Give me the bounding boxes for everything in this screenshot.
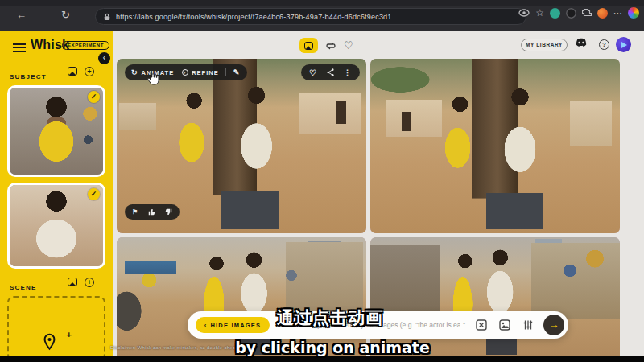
- thumbs-up-button[interactable]: [143, 208, 160, 216]
- hide-images-label: HIDE IMAGES: [210, 322, 261, 329]
- selected-check-icon[interactable]: ✓: [88, 91, 100, 103]
- browser-top-edge: [0, 0, 644, 6]
- hand-cursor-icon: [146, 71, 160, 87]
- favorite-button[interactable]: ♡: [304, 68, 322, 77]
- pin-plus-icon: +: [67, 330, 72, 339]
- image-remove-icon[interactable]: [476, 319, 488, 331]
- feedback-bar: ⚑: [125, 204, 180, 220]
- favorites-heart-icon[interactable]: ♡: [344, 39, 353, 51]
- extension-badge-orange-icon[interactable]: [597, 8, 608, 19]
- image-icon: [304, 42, 313, 50]
- chevron-left-icon: ‹: [204, 322, 208, 329]
- generated-image-2-photo: [370, 59, 620, 233]
- subject-card-man[interactable]: ✓: [7, 183, 105, 269]
- image-toolbar: ↻ ANIMATE ✓ REFINE ✎: [125, 64, 247, 80]
- experiment-badge: EXPERIMENT: [62, 41, 109, 50]
- refine-button[interactable]: ✓ REFINE: [180, 69, 225, 76]
- thumbs-down-icon: [165, 208, 172, 216]
- prompt-caret-icon: ˇ: [463, 322, 465, 329]
- browser-menu-icon[interactable]: ⋯: [613, 8, 622, 19]
- menu-hamburger-icon[interactable]: [13, 43, 26, 52]
- extension-badge-green-icon[interactable]: [550, 8, 560, 19]
- pen-icon: ✎: [233, 69, 241, 76]
- spin-icon: ↻: [131, 69, 138, 76]
- subject-section-header: SUBJECT +: [10, 68, 103, 77]
- submit-prompt-button[interactable]: →: [543, 315, 564, 335]
- browser-profile-avatar[interactable]: [628, 7, 639, 19]
- extensions-puzzle-icon[interactable]: [582, 8, 592, 18]
- letterbox-bar: [0, 356, 644, 362]
- subject-card-woman[interactable]: ✓: [7, 85, 105, 177]
- help-icon[interactable]: ?: [599, 39, 609, 50]
- scene-dropzone[interactable]: +: [7, 296, 105, 356]
- subtitle-chinese: 通过点击动画: [277, 306, 383, 329]
- images-view-toggle[interactable]: [299, 38, 318, 53]
- selected-check-icon[interactable]: ✓: [88, 188, 100, 200]
- share-button[interactable]: [322, 68, 339, 76]
- my-library-button[interactable]: MY LIBRARY: [521, 39, 568, 51]
- scene-add-icon[interactable]: +: [85, 278, 94, 287]
- user-avatar[interactable]: [616, 37, 631, 52]
- thumbs-down-button[interactable]: [160, 208, 177, 216]
- report-flag-button[interactable]: ⚑: [127, 208, 143, 216]
- preview-eye-icon[interactable]: [518, 9, 530, 17]
- edit-prompt-button[interactable]: ✎: [226, 69, 248, 76]
- more-options-button[interactable]: ⋮: [339, 68, 357, 76]
- subject-gallery-icon[interactable]: [68, 67, 78, 77]
- more-vertical-icon: ⋮: [344, 68, 352, 76]
- back-icon[interactable]: ←: [16, 10, 27, 20]
- subtitle-english: by clicking on animate: [235, 339, 430, 356]
- tune-sliders-icon[interactable]: [522, 319, 535, 331]
- flag-icon: ⚑: [132, 208, 138, 216]
- location-pin-icon: +: [43, 333, 72, 352]
- heart-icon: ♡: [309, 68, 317, 77]
- video-frame: ← ↻ https://labs.google/fx/tools/whisk/p…: [0, 0, 644, 362]
- view-toggles: ♡: [299, 38, 353, 53]
- hide-images-button[interactable]: ‹ HIDE IMAGES: [196, 317, 270, 333]
- lock-icon: [104, 13, 110, 21]
- subject-label: SUBJECT: [10, 73, 47, 80]
- scene-section-header: SCENE +: [10, 278, 103, 288]
- image-actions: ♡ ⋮: [301, 64, 360, 80]
- extension-badge-dark-icon[interactable]: [566, 8, 576, 19]
- sidebar-collapse-button[interactable]: ‹: [98, 52, 110, 64]
- generated-image-2[interactable]: [370, 59, 620, 233]
- reload-icon[interactable]: ↻: [61, 10, 70, 20]
- refine-label: REFINE: [192, 69, 219, 76]
- image-frame-icon[interactable]: [499, 319, 511, 331]
- url-text: https://labs.google/fx/tools/whisk/proje…: [116, 13, 392, 21]
- subject-add-icon[interactable]: +: [85, 67, 94, 76]
- scene-gallery-icon[interactable]: [68, 278, 78, 288]
- browser-toolbar: ← ↻ https://labs.google/fx/tools/whisk/p…: [0, 0, 644, 31]
- discord-icon[interactable]: [575, 38, 588, 48]
- disclaimer-text: Disclaimer: Whisk can make mistakes, so …: [110, 345, 242, 350]
- sidebar: Whisk EXPERIMENT SUBJECT + ✓ ✓ SCENE +: [0, 31, 113, 356]
- bookmark-star-icon[interactable]: ☆: [535, 8, 544, 19]
- repeat-loop-icon[interactable]: [325, 41, 336, 51]
- refine-circle-icon: ✓: [182, 69, 188, 76]
- share-icon: [327, 68, 334, 76]
- scene-label: SCENE: [10, 284, 37, 291]
- thumbs-up-icon: [148, 208, 155, 216]
- address-bar[interactable]: https://labs.google/fx/tools/whisk/proje…: [95, 8, 526, 25]
